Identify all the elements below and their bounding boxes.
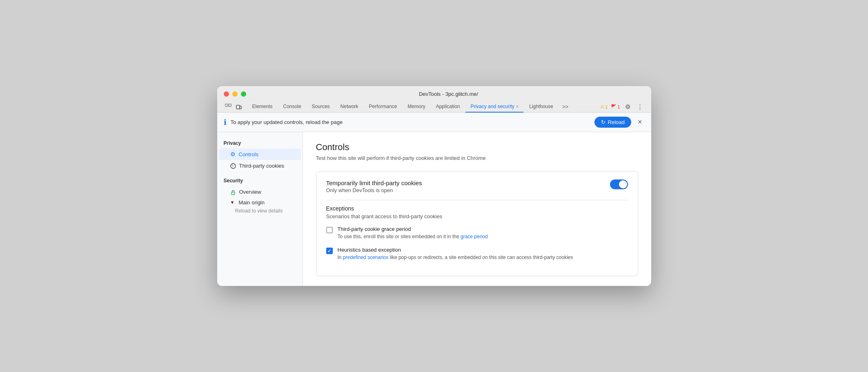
settings-button[interactable]: ⚙	[623, 102, 632, 111]
toggle-track[interactable]	[610, 179, 628, 189]
svg-point-4	[231, 164, 236, 168]
limit-cookies-toggle[interactable]	[610, 179, 628, 189]
error-badge[interactable]: 🚩 1	[611, 104, 620, 109]
privacy-section-title: Privacy	[217, 139, 303, 148]
heuristics-desc-after: like pop-ups or redirects, a site embedd…	[388, 255, 573, 260]
reload-banner: ℹ To apply your updated controls, reload…	[217, 113, 651, 132]
tab-more-button[interactable]: >>	[559, 101, 572, 112]
toggle-thumb	[619, 180, 627, 188]
select-element-icon[interactable]	[224, 102, 233, 111]
heuristics-link[interactable]: predefined scenarios	[343, 255, 388, 260]
sidebar-reload-text: Reload to view details	[217, 207, 303, 216]
sidebar-item-main-origin-label: Main origin	[238, 199, 265, 206]
heuristics-desc: In predefined scenarios like pop-ups or …	[338, 254, 573, 261]
card-title: Temporarily limit third-party cookies	[326, 179, 422, 186]
tab-network[interactable]: Network	[336, 101, 363, 113]
exception-heuristics: Heuristics based exception In predefined…	[326, 247, 628, 261]
page-title: Controls	[316, 142, 638, 153]
sidebar-item-overview-label: Overview	[239, 189, 261, 195]
svg-rect-3	[240, 106, 241, 109]
more-options-button[interactable]: ⋮	[636, 102, 645, 111]
tab-close-icon[interactable]: ×	[516, 104, 519, 109]
toolbar-right: ⚠ 1 🚩 1 ⚙ ⋮	[600, 102, 644, 111]
svg-point-5	[232, 165, 233, 166]
tab-privacy-security[interactable]: Privacy and security×	[465, 101, 523, 113]
error-icon: 🚩	[611, 104, 617, 109]
titlebar: DevTools - 3pc.glitch.me/ Eleme	[217, 86, 651, 113]
grace-period-checkbox[interactable]	[326, 227, 333, 233]
main-area: Privacy ⚙ Controls Third-party cookies S…	[217, 132, 651, 286]
window-controls	[224, 91, 246, 97]
sidebar-item-controls[interactable]: ⚙ Controls	[219, 148, 301, 160]
banner-close-button[interactable]: ×	[635, 117, 645, 127]
reload-label: Reload	[608, 119, 625, 125]
controls-card: Temporarily limit third-party cookies On…	[316, 171, 638, 276]
page-subtitle: Test how this site will perform if third…	[316, 155, 638, 161]
sidebar-item-controls-label: Controls	[239, 151, 258, 157]
tab-elements[interactable]: Elements	[247, 101, 278, 113]
minimize-button[interactable]	[232, 91, 238, 97]
chevron-icon: ▼	[230, 200, 235, 205]
grace-period-desc: To use this, enroll this site or sites e…	[338, 233, 488, 240]
banner-info-icon: ℹ	[224, 118, 227, 127]
tab-application[interactable]: Application	[431, 101, 465, 113]
grace-period-desc-before: To use this, enroll this site or sites e…	[338, 234, 461, 239]
sidebar-item-cookies-label: Third-party cookies	[239, 163, 285, 169]
reload-button[interactable]: ↻ Reload	[594, 117, 631, 128]
heuristics-title: Heuristics based exception	[338, 247, 573, 253]
svg-rect-1	[229, 104, 231, 106]
banner-text: To apply your updated controls, reload t…	[231, 119, 590, 125]
heuristics-desc-before: In	[338, 255, 343, 260]
warning-badge[interactable]: ⚠ 1	[600, 104, 608, 109]
toolbar: Elements Console Sources Network Perform…	[224, 101, 645, 112]
window-title: DevTools - 3pc.glitch.me/	[253, 91, 645, 97]
toolbar-icons	[224, 102, 243, 111]
maximize-button[interactable]	[241, 91, 246, 97]
warning-icon: ⚠	[600, 104, 604, 109]
cookies-icon	[230, 162, 236, 169]
warning-count: 1	[605, 104, 608, 109]
heuristics-text: Heuristics based exception In predefined…	[338, 247, 573, 261]
controls-icon: ⚙	[230, 151, 236, 157]
tab-lighthouse[interactable]: Lighthouse	[524, 101, 558, 113]
reload-icon: ↻	[601, 119, 605, 125]
heuristics-checkbox[interactable]	[326, 248, 333, 254]
svg-rect-2	[236, 105, 240, 109]
svg-rect-0	[225, 104, 228, 106]
sidebar-item-main-origin[interactable]: ▼ Main origin	[219, 198, 301, 207]
svg-point-6	[234, 165, 234, 166]
card-header: Temporarily limit third-party cookies On…	[326, 179, 628, 193]
content-area: Controls Test how this site will perform…	[303, 132, 651, 286]
tab-console[interactable]: Console	[278, 101, 306, 113]
tab-memory[interactable]: Memory	[403, 101, 430, 113]
exceptions-section: Exceptions Scenarios that grant access t…	[326, 205, 628, 261]
grace-period-title: Third-party cookie grace period	[338, 226, 488, 232]
tab-sources[interactable]: Sources	[307, 101, 335, 113]
sidebar: Privacy ⚙ Controls Third-party cookies S…	[217, 132, 303, 286]
titlebar-top: DevTools - 3pc.glitch.me/	[224, 91, 645, 97]
svg-point-7	[232, 166, 233, 167]
grace-period-text: Third-party cookie grace period To use t…	[338, 226, 488, 240]
sidebar-item-overview[interactable]: Overview	[219, 186, 301, 197]
lock-icon	[230, 188, 236, 195]
svg-rect-8	[231, 192, 235, 195]
security-section-title: Security	[217, 176, 303, 186]
exception-grace-period: Third-party cookie grace period To use t…	[326, 226, 628, 240]
close-button[interactable]	[224, 91, 229, 97]
devtools-window: DevTools - 3pc.glitch.me/ Eleme	[217, 86, 651, 286]
exceptions-title: Exceptions	[326, 205, 628, 212]
grace-period-link[interactable]: grace period	[461, 234, 488, 239]
error-count: 1	[617, 104, 620, 109]
card-divider	[326, 200, 628, 200]
device-toggle-icon[interactable]	[234, 102, 243, 111]
exceptions-description: Scenarios that grant access to third-par…	[326, 213, 628, 219]
sidebar-item-third-party-cookies[interactable]: Third-party cookies	[219, 160, 301, 171]
card-title-group: Temporarily limit third-party cookies On…	[326, 179, 422, 193]
card-description: Only when DevTools is open	[326, 187, 422, 193]
tab-performance[interactable]: Performance	[364, 101, 402, 113]
